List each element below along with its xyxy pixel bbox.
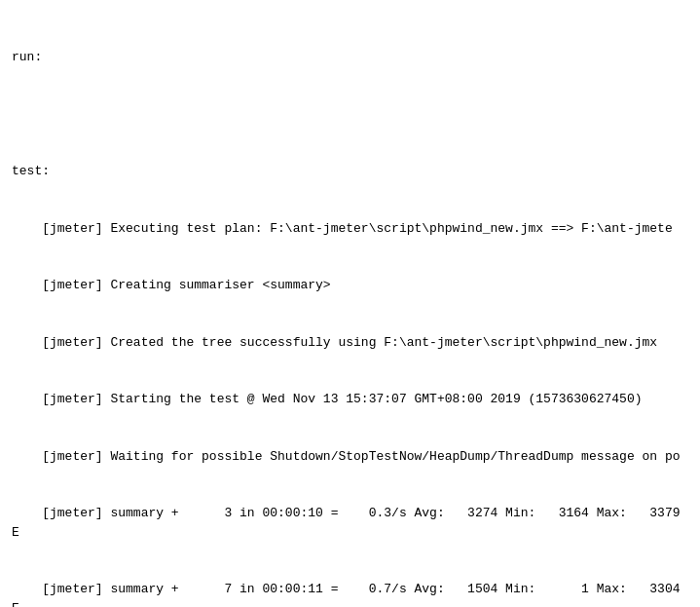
console-output: run: test: [jmeter] Executing test plan:… xyxy=(12,10,688,607)
starting-test-line: [jmeter] Starting the test @ Wed Nov 13 … xyxy=(12,390,688,409)
test-label: test: xyxy=(12,162,688,181)
executing-line: [jmeter] Executing test plan: F:\ant-jme… xyxy=(12,219,688,239)
blank-1 xyxy=(12,105,688,125)
waiting-line: [jmeter] Waiting for possible Shutdown/S… xyxy=(12,447,688,467)
creating-summariser-line: [jmeter] Creating summariser <summary> xyxy=(12,276,688,295)
created-tree-line: [jmeter] Created the tree successfully u… xyxy=(12,333,688,353)
summary-plus-7-line: [jmeter] summary + 7 in 00:00:11 = 0.7/s… xyxy=(12,580,688,607)
summary-plus-3-line: [jmeter] summary + 3 in 00:00:10 = 0.3/s… xyxy=(12,504,688,542)
run-label: run: xyxy=(12,48,688,67)
